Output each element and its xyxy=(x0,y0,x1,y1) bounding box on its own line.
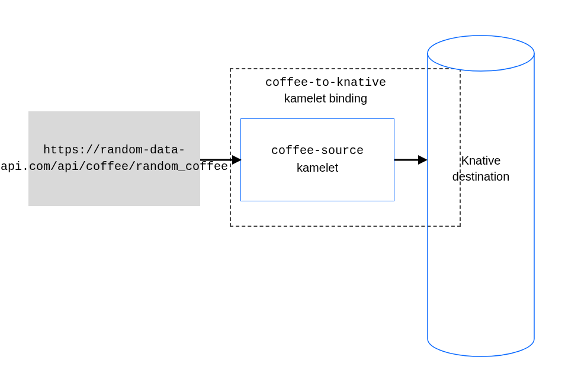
knative-destination-label: Knative destination xyxy=(426,153,535,185)
svg-marker-4 xyxy=(418,155,428,165)
source-api-label: https://random-data-api.com/api/coffee/r… xyxy=(1,142,228,175)
kamelet-code-name: coffee-source xyxy=(271,144,364,158)
kamelet-box: coffee-source kamelet xyxy=(240,118,394,201)
svg-point-0 xyxy=(428,36,534,71)
knative-destination-cylinder: Knative destination xyxy=(426,34,535,358)
svg-marker-2 xyxy=(232,155,242,165)
destination-line1: Knative xyxy=(461,154,501,167)
binding-code-name: coffee-to-knative xyxy=(265,76,386,89)
kamelet-binding-title: coffee-to-knative kamelet binding xyxy=(237,75,415,107)
arrow-kamelet-to-destination xyxy=(394,153,428,167)
source-api-box: https://random-data-api.com/api/coffee/r… xyxy=(28,111,200,206)
binding-subtitle: kamelet binding xyxy=(284,92,367,105)
destination-line2: destination xyxy=(452,170,510,183)
arrow-source-to-kamelet xyxy=(200,153,242,167)
kamelet-subtitle: kamelet xyxy=(297,161,338,174)
